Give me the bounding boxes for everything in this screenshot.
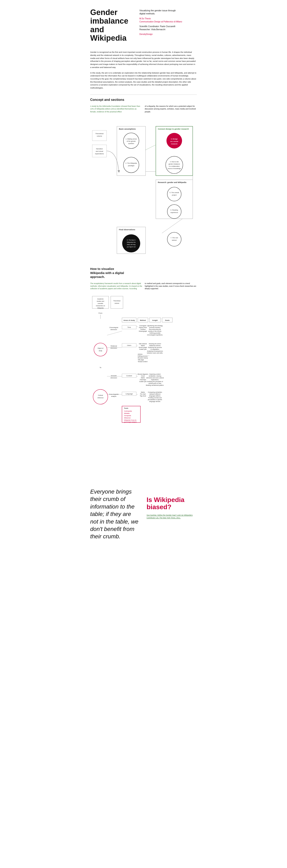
- svg-text:research: research: [171, 143, 178, 145]
- coordinator-text: Scientific Coordinator: Paolo Ciuccarell…: [139, 25, 175, 28]
- svg-text:4. How to ride: 4. How to ride: [170, 161, 179, 162]
- svg-text:Object of: Object of: [98, 347, 103, 349]
- svg-text:Monitoring and showing: Monitoring and showing: [147, 325, 163, 327]
- svg-text:6. Reading: 6. Reading: [171, 209, 178, 211]
- concept-columns: A study by the Wikimedia Foundation show…: [90, 105, 197, 113]
- svg-text:volume: volume: [115, 303, 119, 304]
- svg-text:Reconstructing the: Reconstructing the: [149, 329, 161, 330]
- svg-text:scientific: scientific: [98, 303, 103, 304]
- svg-text:Articles: Articles: [138, 353, 142, 355]
- svg-text:Building narrativized pattern.: Building narrativized pattern.: [146, 384, 164, 386]
- title-block: Gender imbalance and Wikipedia: [90, 8, 131, 42]
- svg-text:Matrix: Matrix: [141, 392, 145, 393]
- intro-para2: In this study, the aim is to undertake a…: [90, 71, 197, 90]
- svg-text:1. Making sense: 1. Making sense: [125, 138, 137, 140]
- svg-text:language domain.: language domain.: [149, 401, 161, 402]
- svg-text:studies and: studies and: [97, 301, 104, 302]
- svg-text:question: question: [128, 143, 134, 145]
- svg-text:of negotiation.: of negotiation.: [150, 348, 159, 350]
- svg-text:you figure out: you figure out: [127, 246, 136, 248]
- svg-text:source of knowledge: source of knowledge: [168, 168, 181, 169]
- researcher-text: Researcher: Viola Bernacchi: [139, 28, 166, 31]
- thesis-label: M.So Thesis: [139, 18, 151, 20]
- svg-text:Showing the actors': Showing the actors': [149, 343, 162, 345]
- svg-text:Comparing similarities: Comparing similarities: [148, 392, 162, 393]
- svg-text:reference: reference: [97, 397, 104, 399]
- svg-text:Cultural: Cultural: [98, 395, 103, 396]
- svg-text:Academic: Academic: [97, 298, 104, 300]
- svg-text:Theoretical: Theoretical: [113, 300, 120, 302]
- header-meta: Visualizing the gender issue through dig…: [139, 8, 182, 42]
- svg-text:language editions.: language editions.: [149, 395, 161, 397]
- svg-text:archival evolution.: archival evolution.: [149, 327, 161, 328]
- svg-line-48: [162, 219, 182, 233]
- svg-text:Research: gender and Wikipedia: Research: gender and Wikipedia: [158, 181, 186, 183]
- svg-text:Basic assumptions: Basic assumptions: [119, 128, 136, 130]
- svg-text:between users and edits.: between users and edits.: [147, 352, 163, 354]
- svg-text:elements and socio-cultural: elements and socio-cultural: [146, 377, 164, 378]
- svg-text:Narrative: Narrative: [96, 148, 103, 150]
- svg-text:7. The root: 7. The root: [171, 237, 178, 239]
- svg-text:between different: between different: [149, 393, 160, 395]
- svg-text:Goals: Goals: [165, 319, 170, 321]
- svg-text:5. The overall: 5. The overall: [170, 192, 179, 193]
- svg-text:Revert graph: Revert graph: [139, 347, 147, 348]
- intro-para1: Gender is recognized as the first and mo…: [90, 51, 197, 69]
- diagram-svg: Theoretical volume Narrative and visual …: [90, 118, 197, 258]
- svg-text:Scatter plot: Scatter plot: [139, 381, 146, 382]
- svg-text:Wikipedia: Wikipedia: [97, 307, 104, 309]
- svg-text:Time: Time: [127, 327, 131, 328]
- svg-text:Wikidata: Wikidata: [124, 413, 130, 414]
- svg-text:Revision history: Revision history: [138, 357, 148, 359]
- svg-point-68: [94, 343, 107, 356]
- quote-section: Everyone brings their crumb of informati…: [90, 488, 197, 540]
- svg-text:paradigm: paradigm: [128, 165, 134, 166]
- svg-text:in a collaborative: in a collaborative: [169, 165, 180, 167]
- svg-text:Pie chart: Pie chart: [140, 393, 146, 395]
- svg-text:Defining possible: Defining possible: [149, 332, 160, 334]
- svg-text:Circle: Circle: [141, 375, 145, 377]
- coordinator-info: Scientific Coordinator: Paolo Ciuccarell…: [139, 25, 182, 31]
- svg-text:analysis: analysis: [111, 396, 116, 397]
- svg-text:Insight: Insight: [152, 319, 158, 321]
- how-col2: to method and goals, each element corres…: [145, 282, 197, 290]
- svg-text:dimension: dimension: [110, 329, 117, 330]
- svg-text:Matrix: Matrix: [141, 345, 145, 346]
- svg-text:Cronogram: Cronogram: [139, 325, 146, 327]
- how-section: How to visualize Wikipedia with a digita…: [90, 267, 197, 290]
- svg-point-37: [122, 235, 140, 252]
- quote-right: Is Wikipedia biased? Sue Gardner, Define…: [147, 488, 197, 519]
- svg-text:researches on: researches on: [96, 305, 105, 306]
- svg-text:dimension: dimension: [110, 377, 117, 378]
- svg-text:Exploring the process: Exploring the process: [148, 347, 162, 348]
- svg-text:Alluvial diagrams: Alluvial diagrams: [138, 373, 148, 375]
- concept-col2: of a disparity, the reasons for which ar…: [145, 105, 197, 113]
- how-title: How to visualize Wikipedia with a digita…: [90, 267, 127, 279]
- svg-text:Omnipedia: Omnipedia: [124, 415, 131, 416]
- svg-text:volume: volume: [97, 135, 102, 137]
- svg-text:Language: Language: [125, 393, 133, 395]
- svg-text:chronological repetitions.: chronological repetitions.: [147, 334, 163, 336]
- svg-text:3. Design: 3. Design: [171, 138, 178, 140]
- svg-text:experience: experience: [171, 212, 178, 213]
- attribution-text[interactable]: Sue Gardner, Define the Gender Gap? Look…: [147, 514, 197, 519]
- large-diagram-svg: Academic studies and scientific research…: [90, 294, 197, 479]
- header-subtitle: Visualizing the gender issue through dig…: [139, 9, 180, 16]
- svg-text:and visual: and visual: [96, 150, 103, 152]
- svg-text:2. The Wikipedia: 2. The Wikipedia: [125, 162, 137, 164]
- main-title: Gender imbalance and Wikipedia: [90, 8, 131, 42]
- svg-text:Chronological: Chronological: [109, 327, 118, 329]
- svg-text:From: From: [99, 312, 103, 314]
- svg-text:neutral point of view.: neutral point of view.: [148, 383, 162, 384]
- svg-line-73: [107, 331, 122, 335]
- how-col1: The recapitulatory framework results fro…: [90, 282, 142, 290]
- svg-text:Connect design to gender resea: Connect design to gender research: [158, 128, 189, 130]
- svg-text:Textual content: Textual content: [138, 361, 147, 362]
- svg-text:Analysing consequences: Analysing consequences: [147, 350, 163, 352]
- svg-text:Atlas will help: Atlas will help: [127, 244, 136, 245]
- density-design: DensityDesign: [139, 33, 182, 36]
- svg-text:project: project: [172, 194, 177, 196]
- svg-point-22: [166, 156, 183, 174]
- sections-diagram: Theoretical volume Narrative and visual …: [90, 118, 197, 258]
- svg-rect-55: [111, 296, 123, 309]
